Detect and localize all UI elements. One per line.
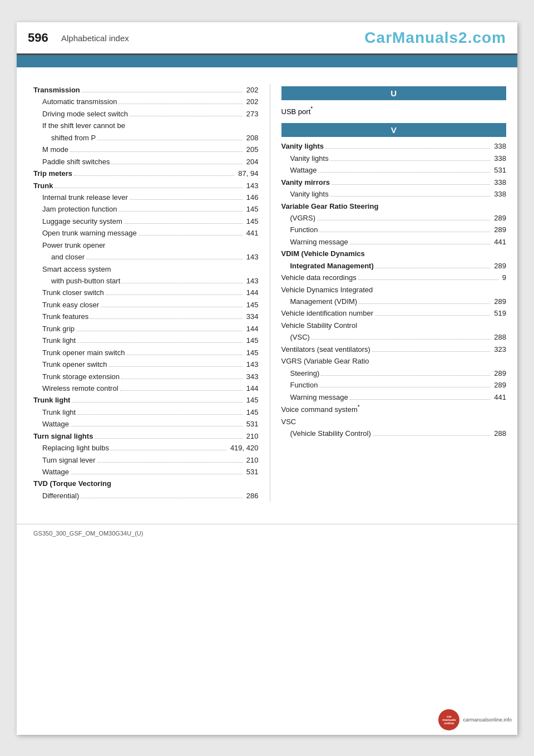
list-item: Ventilators (seat ventilators)323	[281, 343, 507, 355]
index-entry-text: Transmission	[33, 84, 80, 96]
index-entry-text: Vanity lights	[290, 188, 329, 200]
page-footer: GS350_300_GSF_OM_OM30G34U_(U)	[17, 524, 517, 544]
index-entry-text: Wattage	[42, 418, 69, 430]
index-entry-number: 334	[244, 311, 259, 322]
index-entry-text: Trunk closer switch	[42, 287, 104, 298]
index-entry-text: Turn signal lever	[42, 454, 96, 466]
index-entry-text: shifted from P	[51, 132, 96, 144]
dotted-leader	[77, 342, 243, 343]
dotted-leader	[77, 414, 243, 415]
index-entry-text: Internal trunk release lever	[42, 192, 128, 203]
section-header-u: U	[281, 86, 507, 100]
dotted-leader	[76, 331, 243, 331]
index-entry-text: Trunk features	[42, 311, 88, 322]
page-header: 596 Alphabetical index CarManuals2.com	[17, 22, 517, 55]
index-entry-text: Trunk light	[42, 335, 76, 346]
index-entry-text: Management (VDIM)	[290, 296, 358, 307]
index-entry-text: Driving mode select switch	[42, 108, 128, 120]
index-entry-number: 145	[244, 203, 259, 215]
dotted-leader	[74, 175, 234, 176]
list-item: Vanity lights338	[281, 140, 507, 152]
index-entry-text: Luggage security system	[42, 215, 122, 227]
list-item: Vehicle identification number519	[281, 307, 507, 319]
index-entry-text: Ventilators (seat ventilators)	[281, 343, 370, 355]
list-item: (VGRS)289	[281, 212, 507, 224]
index-entry-number: 143	[244, 180, 259, 192]
index-entry-number: 9	[500, 272, 506, 283]
index-entry-number: 143	[244, 251, 259, 263]
dotted-leader	[71, 474, 243, 474]
list-item: Steering)289	[281, 367, 507, 379]
dotted-leader	[373, 435, 491, 436]
list-item: Wattage531	[33, 466, 259, 478]
list-item: Trunk features334	[33, 311, 259, 322]
index-entry-text: Paddle shift switches	[42, 156, 110, 168]
index-entry-text: Smart access system	[42, 263, 111, 275]
list-item: VGRS (Variable Gear Ratio	[281, 355, 507, 367]
list-item: Luggage security system145	[33, 215, 259, 227]
index-entry-number: 202	[244, 84, 259, 96]
index-entry-text: Vanity mirrors	[281, 176, 330, 188]
dotted-leader	[106, 294, 243, 295]
index-entry-number: 145	[244, 347, 259, 359]
index-entry-number: 441	[492, 391, 506, 403]
index-entry-number: 145	[244, 299, 259, 311]
list-item: VSC	[281, 416, 507, 428]
index-entry-text: Open trunk warning message	[42, 227, 137, 239]
index-entry-number: 519	[492, 307, 506, 319]
dotted-leader	[109, 366, 243, 367]
header-title: Alphabetical index	[61, 33, 364, 43]
left-column: Transmission202Automatic transmission202…	[33, 84, 270, 502]
dotted-leader	[318, 172, 490, 173]
index-entry-text: Wattage	[42, 466, 69, 478]
index-entry-text: Trip meters	[33, 168, 72, 179]
dotted-leader	[350, 244, 491, 244]
list-item: Driving mode select switch273	[33, 108, 259, 120]
index-entry-number: 288	[492, 331, 506, 343]
dotted-leader	[359, 303, 490, 304]
list-item: Warning message441	[281, 236, 507, 248]
index-entry-number: 289	[492, 224, 506, 235]
list-item: (VSC)288	[281, 331, 507, 343]
list-item: Trunk closer switch144	[33, 287, 259, 298]
index-entry-text: with push-button start	[51, 275, 120, 287]
dotted-leader	[321, 375, 490, 376]
list-item: (Vehicle Stability Control)288	[281, 428, 507, 439]
index-entry-text: Warning message	[290, 236, 348, 248]
list-item: VDIM (Vehicle Dynamics	[281, 248, 507, 259]
dotted-leader	[130, 116, 243, 116]
index-entry-number: 143	[244, 359, 259, 370]
index-entry-text: Trunk	[33, 180, 53, 192]
index-entry-number: 145	[244, 215, 259, 227]
index-entry-number: 144	[244, 382, 259, 394]
index-entry-number: 146	[244, 192, 259, 203]
list-item: Variable Gear Ratio Steering	[281, 200, 507, 212]
list-item: Trunk opener switch143	[33, 359, 259, 370]
list-item: Management (VDIM)289	[281, 296, 507, 307]
list-item: Trunk storage extension343	[33, 371, 259, 382]
list-item: Wattage531	[33, 418, 259, 430]
index-entry-number: 531	[244, 418, 259, 430]
section-divider	[17, 55, 517, 67]
page-number: 596	[28, 31, 61, 45]
index-entry-number: 338	[492, 153, 506, 164]
usb-port-label: USB port	[281, 107, 311, 116]
index-entry-number: 531	[244, 466, 259, 478]
dotted-leader	[95, 438, 242, 439]
list-item: shifted from P208	[33, 132, 259, 144]
list-item: Vanity lights338	[281, 153, 507, 164]
index-entry-text: Vehicle Stability Control	[281, 320, 358, 331]
list-item: Power trunk opener	[33, 239, 259, 251]
index-entry-number: 145	[244, 406, 259, 418]
index-entry-text: Automatic transmission	[42, 96, 117, 107]
index-entry-number: 441	[244, 227, 259, 239]
index-entry-number: 204	[244, 156, 259, 168]
index-entry-number: 338	[492, 176, 506, 188]
index-entry-text: Voice command system*	[281, 403, 360, 416]
dotted-leader	[350, 399, 491, 400]
section-header-v: V	[281, 123, 507, 137]
index-entry-text: Function	[290, 224, 318, 235]
list-item: Voice command system*	[281, 403, 507, 416]
index-entry-number: 286	[244, 490, 259, 502]
dotted-leader	[312, 339, 490, 340]
